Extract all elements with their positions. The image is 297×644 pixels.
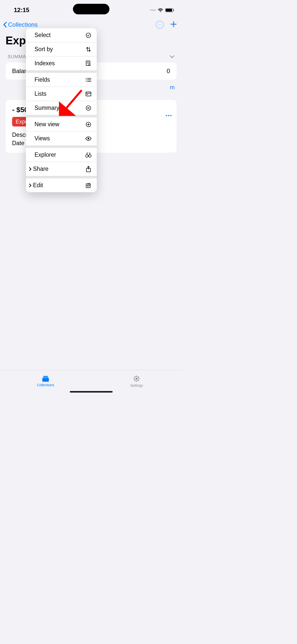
svg-point-4 (86, 79, 87, 80)
menu-item-edit[interactable]: Edit (26, 178, 97, 192)
status-bar: 12:15 (0, 0, 182, 15)
checkmark-circle-icon (85, 32, 92, 39)
chevron-down-icon[interactable] (170, 55, 175, 58)
menu-label: Explorer (35, 151, 56, 158)
menu-item-explorer[interactable]: Explorer (26, 148, 97, 162)
binoculars-icon (85, 152, 92, 158)
svg-rect-17 (43, 377, 48, 378)
context-menu: Select Sort by Indexes Fields Lists (26, 28, 97, 192)
svg-point-5 (86, 81, 87, 82)
menu-label: Share (33, 166, 48, 172)
balance-value: 0 (167, 68, 170, 75)
menu-item-share[interactable]: Share (26, 162, 97, 176)
dynamic-island (73, 4, 109, 14)
entry-more-button[interactable] (166, 115, 172, 116)
battery-icon (165, 8, 173, 12)
ellipsis-icon (158, 24, 161, 25)
status-time: 12:15 (14, 7, 29, 14)
svg-point-20 (136, 378, 137, 379)
status-icons (150, 8, 173, 12)
svg-point-7 (86, 106, 91, 110)
menu-item-summary[interactable]: Summary (26, 101, 97, 115)
chevron-right-icon (29, 167, 31, 171)
gear-icon (133, 375, 140, 382)
svg-rect-18 (42, 378, 49, 382)
svg-point-3 (86, 78, 87, 79)
menu-label: Select (35, 32, 51, 39)
menu-label: Edit (33, 182, 43, 189)
menu-item-fields[interactable]: Fields (26, 73, 97, 87)
plus-icon (170, 21, 177, 28)
menu-item-views[interactable]: Views (26, 132, 97, 145)
eye-icon (85, 135, 92, 142)
summary-heading: SUMMA (8, 54, 26, 59)
tab-label: Settings (130, 383, 143, 388)
plus-circle-icon (85, 121, 92, 128)
menu-label: New view (35, 121, 59, 128)
back-label: Collections (8, 21, 38, 28)
menu-label: Views (35, 135, 50, 142)
wifi-icon (158, 8, 163, 12)
equals-circle-icon (85, 105, 92, 111)
document-search-icon (85, 60, 92, 67)
list-icon (85, 77, 92, 83)
more-button[interactable] (156, 21, 164, 29)
svg-rect-6 (86, 92, 91, 96)
menu-item-indexes[interactable]: Indexes (26, 56, 97, 70)
menu-item-new-view[interactable]: New view (26, 117, 97, 132)
card-list-icon (85, 91, 92, 97)
svg-rect-16 (43, 376, 48, 377)
cellular-signal-icon (150, 10, 156, 11)
add-button[interactable] (170, 20, 177, 30)
svg-point-9 (88, 138, 89, 139)
menu-item-lists[interactable]: Lists (26, 87, 97, 101)
menu-label: Indexes (35, 60, 55, 67)
pencil-square-icon (85, 182, 92, 189)
menu-item-select[interactable]: Select (26, 28, 97, 42)
menu-label: Lists (35, 90, 46, 97)
svg-point-11 (89, 155, 91, 157)
menu-label: Sort by (35, 46, 53, 53)
chevron-right-icon (29, 183, 31, 187)
menu-label: Summary (35, 105, 59, 111)
back-button[interactable]: Collections (3, 21, 38, 28)
svg-point-0 (86, 33, 91, 37)
svg-point-10 (86, 155, 88, 157)
tab-label: Collections (37, 383, 54, 387)
share-icon (85, 166, 92, 172)
sort-arrows-icon (85, 46, 92, 53)
chevron-left-icon (3, 22, 7, 28)
menu-label: Fields (35, 76, 50, 83)
collections-icon (42, 375, 49, 382)
home-indicator[interactable] (70, 391, 113, 393)
menu-item-sort-by[interactable]: Sort by (26, 42, 97, 56)
